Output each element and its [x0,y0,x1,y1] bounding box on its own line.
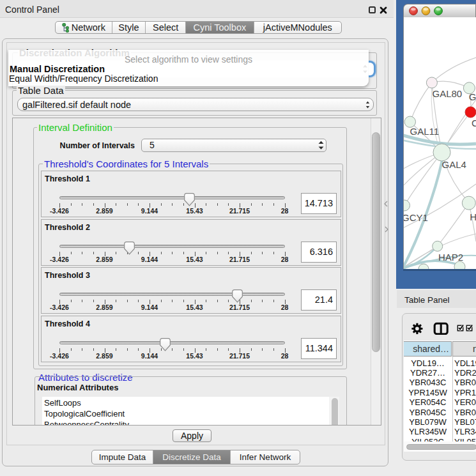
svg-text:GAL: GAL [469,91,476,102]
svg-text:GAL80: GAL80 [433,88,463,99]
svg-text:HAP: HAP [470,211,476,222]
svg-text:HAP2: HAP2 [438,252,463,263]
svg-text:CYC: CYC [472,118,476,128]
svg-text:GCY1: GCY1 [404,212,428,223]
svg-text:GAL11: GAL11 [410,126,440,137]
svg-text:GAL4: GAL4 [442,159,466,170]
